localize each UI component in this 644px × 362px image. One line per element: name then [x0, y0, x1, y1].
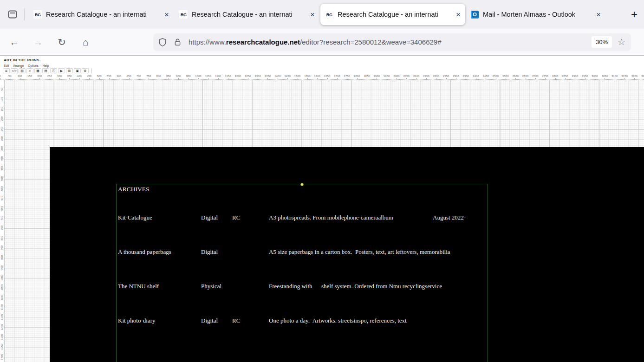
ruler-label: 1800 [354, 75, 360, 78]
ruler-label: 500 [97, 75, 101, 78]
ruler-tick [198, 78, 199, 79]
ruler-tick [69, 78, 70, 79]
ruler-tick [50, 78, 50, 79]
ruler-label: 2400 [473, 75, 479, 78]
text-tool-icon[interactable]: ≣ [3, 68, 10, 73]
ruler-label: 150 [0, 104, 3, 114]
ruler-label: 700 [0, 213, 3, 223]
editor-menubar: EditArrangeOptionsHelp [4, 64, 49, 67]
ruler-label: 1300 [254, 75, 260, 78]
ruler-label: 2300 [453, 75, 459, 78]
ruler-label: 2150 [423, 75, 429, 78]
page-canvas[interactable]: ARCHIVES Kit-CatalogueDigitalRCA3 photos… [50, 147, 644, 362]
ruler-tick [416, 78, 417, 79]
text-block[interactable]: ARCHIVES Kit-CatalogueDigitalRCA3 photos… [116, 184, 488, 362]
rc-favicon-icon: RC [325, 10, 333, 19]
lock-icon[interactable] [173, 38, 182, 47]
ruler-tick [238, 78, 238, 79]
tab-strip: RCResearch Catalogue - an internati×RCRe… [28, 0, 606, 29]
audio-tool-icon[interactable]: ♬ [26, 68, 33, 73]
cell-date [433, 283, 487, 290]
ruler-tick [634, 78, 635, 79]
cell-desc: One photo a day. Artworks. streetsinspo,… [269, 317, 433, 324]
ruler-label: 2700 [532, 75, 538, 78]
ruler-label: 1250 [245, 75, 251, 78]
ruler-label: 600 [117, 75, 121, 78]
cell-type: Digital [201, 317, 232, 324]
ruler-tick [149, 78, 149, 79]
browser-tab[interactable]: RCResearch Catalogue - an internati× [29, 4, 174, 25]
close-icon[interactable]: × [596, 11, 601, 19]
video-tool-icon[interactable]: ▦ [34, 68, 41, 73]
menu-help[interactable]: Help [43, 64, 49, 67]
slideshow-tool-icon[interactable]: ▤ [42, 68, 49, 73]
pdf-tool-icon[interactable]: ⎘ [50, 68, 57, 73]
ruler-label: 2000 [393, 75, 399, 78]
ruler-tick [129, 78, 130, 79]
ruler-label: 2550 [502, 75, 508, 78]
ruler-tick [89, 78, 90, 79]
browser-tab[interactable]: OMail - Morten Almaas - Outlook× [466, 4, 605, 25]
ruler-label: 1400 [274, 75, 280, 78]
ruler-label: 50 [0, 84, 3, 94]
ruler-tick [466, 78, 466, 79]
rc-favicon-icon: RC [33, 10, 42, 19]
archive-row: Kit photo-diaryDigitalRCOne photo a day.… [118, 317, 487, 324]
reload-button[interactable]: ↻ [54, 34, 70, 50]
forward-button[interactable]: → [30, 34, 46, 50]
note-tool-icon[interactable]: ▣ [74, 68, 81, 73]
home-button[interactable]: ⌂ [78, 34, 93, 50]
ruler-label: 950 [186, 75, 191, 78]
navigation-toolbar: ← → ↻ ⌂ https://www.researchcatalogue.ne… [0, 29, 644, 56]
ruler-label: 2500 [493, 75, 499, 78]
ruler-label: 3250 [641, 75, 644, 78]
ruler-tick [258, 78, 258, 79]
ruler-tick [575, 78, 575, 79]
close-icon[interactable]: × [310, 11, 315, 19]
menu-edit[interactable]: Edit [4, 64, 9, 67]
ruler-tick [486, 78, 486, 79]
html-tool-icon[interactable]: </> [11, 68, 18, 73]
close-icon[interactable]: × [164, 11, 169, 19]
ruler-label: 750 [0, 223, 3, 233]
ruler-tick [476, 78, 476, 79]
new-tab-button[interactable]: + [627, 7, 641, 21]
close-icon[interactable]: × [456, 11, 461, 19]
bookmark-star-icon[interactable]: ☆ [618, 37, 625, 47]
play-tool-icon[interactable]: ▶ [58, 68, 65, 73]
ruler-label: 300 [57, 75, 62, 78]
ruler-label: 3050 [602, 75, 608, 78]
menu-options[interactable]: Options [28, 64, 38, 67]
cell-rc: RC [232, 214, 269, 221]
ruler-label: 1250 [0, 322, 3, 332]
browser-tab[interactable]: RCResearch Catalogue - an internati× [320, 4, 465, 25]
address-bar[interactable]: https://www.researchcatalogue.net/editor… [153, 33, 631, 51]
ruler-tick [267, 78, 268, 79]
ruler-label: 850 [0, 243, 3, 253]
ruler-tick [298, 78, 298, 79]
ruler-tick [506, 78, 506, 79]
shield-icon[interactable] [158, 38, 167, 47]
ruler-label: 1300 [0, 332, 3, 342]
zoom-level-badge[interactable]: 30% [592, 36, 612, 48]
picture-tool-icon[interactable]: ▧ [19, 68, 26, 73]
cell-title: A thousand paperbags [118, 248, 201, 256]
ruler-label: 2050 [403, 75, 410, 78]
grid-tool-icon[interactable]: ⊞ [66, 68, 73, 73]
ruler-tick [228, 78, 228, 79]
tab-bar: RCResearch Catalogue - an internati×RCRe… [0, 0, 644, 29]
browser-tab[interactable]: RCResearch Catalogue - an internati× [175, 4, 319, 25]
ruler-label: 1400 [0, 352, 3, 362]
firefox-view-button[interactable] [6, 7, 20, 21]
ruler-tick [535, 78, 536, 79]
back-button[interactable]: ← [7, 34, 22, 50]
ruler-tick [30, 78, 30, 79]
ruler-tick [20, 78, 20, 79]
ruler-label: 0 [0, 75, 1, 78]
ruler-tick [526, 78, 526, 79]
archive-row: The NTNU shelfPhysicalFreestanding with … [118, 283, 487, 290]
selection-handle[interactable] [300, 183, 304, 186]
cell-desc: A5 size paperbags in a carton box. Poste… [269, 248, 433, 256]
menu-arrange[interactable]: Arrange [13, 64, 24, 67]
shape-tool-icon[interactable]: ⚙ [82, 68, 89, 73]
